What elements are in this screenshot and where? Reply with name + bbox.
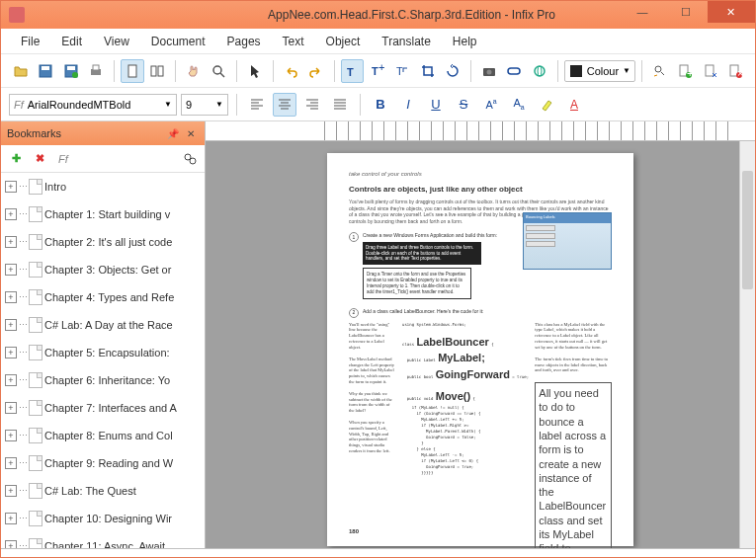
svg-rect-1 <box>42 66 49 70</box>
zoom-out-icon[interactable]: ⊖ <box>11 553 31 559</box>
add-bookmark-icon[interactable]: ✚ <box>7 150 25 168</box>
close-panel-icon[interactable]: ✕ <box>183 125 199 141</box>
bookmark-item[interactable]: +⋯Chapter 8: Enums and Col <box>1 422 205 449</box>
bookmark-item[interactable]: +⋯Chapter 11: Async, Await, <box>1 532 205 548</box>
text-plus-icon[interactable]: T+ <box>366 59 389 83</box>
print-icon[interactable] <box>85 59 109 83</box>
subscript-icon[interactable]: Aa <box>507 93 531 117</box>
menu-edit[interactable]: Edit <box>51 31 92 52</box>
align-right-icon[interactable] <box>300 93 324 117</box>
find-replace-icon[interactable] <box>648 59 672 83</box>
page-add-icon[interactable]: + <box>674 59 698 83</box>
scrollbar-vertical[interactable] <box>739 141 755 548</box>
align-left-icon[interactable] <box>245 93 269 117</box>
italic-icon[interactable]: I <box>396 93 420 117</box>
text-link-icon[interactable]: T <box>391 59 415 83</box>
menu-view[interactable]: View <box>94 31 139 52</box>
open-icon[interactable] <box>9 59 33 83</box>
single-page-icon[interactable] <box>121 59 144 83</box>
bookmark-item[interactable]: +⋯Chapter 2: It's all just code <box>1 228 205 256</box>
menu-translate[interactable]: Translate <box>372 31 441 52</box>
history-fwd-icon[interactable]: ↪ <box>349 553 369 559</box>
menubar: File Edit View Document Pages Text Objec… <box>1 29 755 54</box>
align-justify-icon[interactable] <box>328 93 352 117</box>
svg-rect-9 <box>158 66 163 76</box>
bookmark-item[interactable]: +⋯Chapter 1: Start building v <box>1 200 205 228</box>
hand-tool-icon[interactable] <box>182 59 206 83</box>
save-icon[interactable] <box>35 59 58 83</box>
svg-point-22 <box>655 66 661 72</box>
svg-rect-6 <box>93 65 99 70</box>
minimize-button[interactable]: — <box>621 1 664 23</box>
menu-help[interactable]: Help <box>443 31 487 52</box>
highlight-icon[interactable] <box>535 93 558 117</box>
bookmark-item[interactable]: +⋯Chapter 9: Reading and W <box>1 449 205 477</box>
page-delete-icon[interactable]: × <box>724 59 748 83</box>
find-bookmark-icon[interactable] <box>181 150 199 168</box>
svg-rect-7 <box>128 65 136 77</box>
font-combo[interactable]: Ff ArialRoundedMTBold ▼ <box>9 94 177 116</box>
undo-icon[interactable] <box>280 59 303 83</box>
bookmark-item[interactable]: +⋯Intro <box>1 173 205 200</box>
bookmark-item[interactable]: +⋯C# Lab: The Quest <box>1 477 205 505</box>
align-center-icon[interactable] <box>273 93 296 117</box>
text-tool-icon[interactable]: T <box>341 59 365 83</box>
svg-point-4 <box>72 72 78 78</box>
colour-combo[interactable]: Colour ▼ <box>564 60 635 82</box>
bookmark-item[interactable]: +⋯Chapter 10: Designing Wir <box>1 505 205 532</box>
last-page-icon[interactable]: ⏭ <box>274 553 294 559</box>
titlebar[interactable]: AppNee.com.Head.First.C.Sharp.3rd.Editio… <box>1 1 755 29</box>
facing-pages-icon[interactable] <box>146 59 170 83</box>
zoom-tool-icon[interactable] <box>208 59 231 83</box>
prev-page-icon[interactable]: ◀ <box>161 553 181 559</box>
redo-icon[interactable] <box>304 59 328 83</box>
bookmarks-list[interactable]: +⋯Intro +⋯Chapter 1: Start building v +⋯… <box>1 173 205 548</box>
bold-icon[interactable]: B <box>369 93 392 117</box>
link-icon[interactable] <box>503 59 527 83</box>
svg-text:T: T <box>347 66 354 78</box>
menu-document[interactable]: Document <box>141 31 215 52</box>
strikethrough-icon[interactable]: S <box>452 93 475 117</box>
document-scroll[interactable]: take control of your controls Controls a… <box>206 141 755 548</box>
bookmark-item[interactable]: +⋯Chapter 3: Objects: Get or <box>1 256 205 283</box>
page-view[interactable]: take control of your controls Controls a… <box>327 153 633 546</box>
bottombar: ⊖ 38% ▼ ⊕ ⏮ ◀ 224 / 948 ▶ ⏭ ↩ ↪ <box>1 548 755 558</box>
pin-icon[interactable]: 📌 <box>165 125 181 141</box>
underline-icon[interactable]: U <box>424 93 448 117</box>
camera-icon[interactable] <box>477 59 501 83</box>
font-tool-icon[interactable]: Ff <box>54 150 72 168</box>
ruler[interactable] <box>206 121 755 141</box>
menu-text[interactable]: Text <box>273 31 314 52</box>
next-page-icon[interactable]: ▶ <box>246 553 266 559</box>
rotate-tool-icon[interactable] <box>442 59 465 83</box>
svg-rect-26 <box>706 65 714 76</box>
remove-bookmark-icon[interactable]: ✖ <box>31 150 48 168</box>
text-color-icon[interactable]: A <box>562 93 586 117</box>
bookmark-item[interactable]: +⋯Chapter 6: Inheritance: Yo <box>1 366 205 394</box>
maximize-button[interactable]: ☐ <box>664 1 708 23</box>
menu-pages[interactable]: Pages <box>217 31 271 52</box>
document-area: take control of your controls Controls a… <box>206 121 755 548</box>
page-extract-icon[interactable] <box>699 59 722 83</box>
bookmark-item[interactable]: +⋯C# Lab: A Day at the Race <box>1 311 205 339</box>
menu-file[interactable]: File <box>11 31 49 52</box>
web-link-icon[interactable] <box>528 59 551 83</box>
svg-point-10 <box>213 66 221 74</box>
bookmark-item[interactable]: +⋯Chapter 5: Encapsulation: <box>1 339 205 366</box>
svg-rect-3 <box>67 66 75 70</box>
pointer-tool-icon[interactable] <box>243 59 267 83</box>
menu-object[interactable]: Object <box>316 31 371 52</box>
crop-tool-icon[interactable] <box>416 59 440 83</box>
bookmark-item[interactable]: +⋯Chapter 4: Types and Refe <box>1 283 205 311</box>
toolbar-main: T T+ T Colour ▼ + × <box>1 54 755 88</box>
font-size: 9 <box>186 99 192 111</box>
svg-rect-8 <box>151 66 156 76</box>
first-page-icon[interactable]: ⏮ <box>133 553 153 559</box>
close-button[interactable]: ✕ <box>708 1 755 23</box>
save-as-icon[interactable] <box>59 59 83 83</box>
size-combo[interactable]: 9 ▼ <box>181 94 228 116</box>
history-back-icon[interactable]: ↩ <box>321 553 341 559</box>
superscript-icon[interactable]: Aa <box>479 93 503 117</box>
zoom-in-icon[interactable]: ⊕ <box>86 553 106 559</box>
bookmark-item[interactable]: +⋯Chapter 7: Interfaces and A <box>1 394 205 422</box>
